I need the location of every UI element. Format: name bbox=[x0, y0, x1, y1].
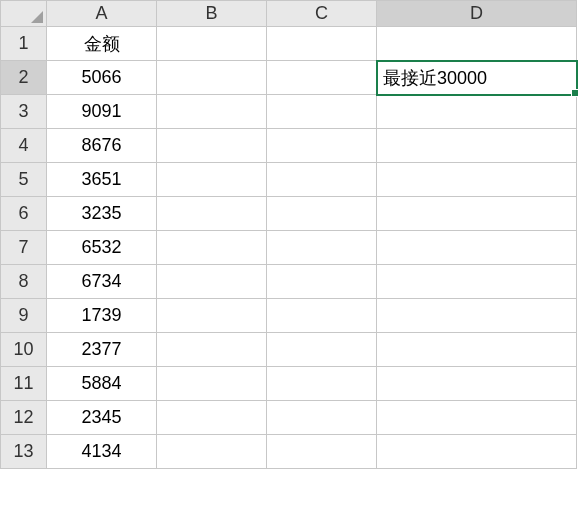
cell-B12[interactable] bbox=[157, 401, 267, 435]
cell-A6[interactable]: 3235 bbox=[47, 197, 157, 231]
cell-A8[interactable]: 6734 bbox=[47, 265, 157, 299]
row-header-1[interactable]: 1 bbox=[1, 27, 47, 61]
cell-B3[interactable] bbox=[157, 95, 267, 129]
row-header-3[interactable]: 3 bbox=[1, 95, 47, 129]
cell-B4[interactable] bbox=[157, 129, 267, 163]
cell-C8[interactable] bbox=[267, 265, 377, 299]
col-header-D[interactable]: D bbox=[377, 1, 577, 27]
table-row: 7 6532 bbox=[1, 231, 577, 265]
cell-D11[interactable] bbox=[377, 367, 577, 401]
cell-C6[interactable] bbox=[267, 197, 377, 231]
row-header-8[interactable]: 8 bbox=[1, 265, 47, 299]
cell-D10[interactable] bbox=[377, 333, 577, 367]
cell-A12[interactable]: 2345 bbox=[47, 401, 157, 435]
table-row: 9 1739 bbox=[1, 299, 577, 333]
cell-B5[interactable] bbox=[157, 163, 267, 197]
col-header-A[interactable]: A bbox=[47, 1, 157, 27]
cell-A4[interactable]: 8676 bbox=[47, 129, 157, 163]
cell-A13[interactable]: 4134 bbox=[47, 435, 157, 469]
table-row: 5 3651 bbox=[1, 163, 577, 197]
cell-A9[interactable]: 1739 bbox=[47, 299, 157, 333]
row-header-13[interactable]: 13 bbox=[1, 435, 47, 469]
cell-C4[interactable] bbox=[267, 129, 377, 163]
row-header-9[interactable]: 9 bbox=[1, 299, 47, 333]
cell-C3[interactable] bbox=[267, 95, 377, 129]
cell-B13[interactable] bbox=[157, 435, 267, 469]
cell-A1[interactable]: 金额 bbox=[47, 27, 157, 61]
cell-D12[interactable] bbox=[377, 401, 577, 435]
row-header-7[interactable]: 7 bbox=[1, 231, 47, 265]
row-header-2[interactable]: 2 bbox=[1, 61, 47, 95]
cell-C1[interactable] bbox=[267, 27, 377, 61]
cell-A3[interactable]: 9091 bbox=[47, 95, 157, 129]
table-row: 10 2377 bbox=[1, 333, 577, 367]
table-row: 1 金额 bbox=[1, 27, 577, 61]
col-header-C[interactable]: C bbox=[267, 1, 377, 27]
cell-A11[interactable]: 5884 bbox=[47, 367, 157, 401]
cell-D13[interactable] bbox=[377, 435, 577, 469]
table-row: 2 5066 最接近30000 bbox=[1, 61, 577, 95]
table-row: 13 4134 bbox=[1, 435, 577, 469]
select-all-corner[interactable] bbox=[1, 1, 47, 27]
cell-B7[interactable] bbox=[157, 231, 267, 265]
cell-D5[interactable] bbox=[377, 163, 577, 197]
cell-A2[interactable]: 5066 bbox=[47, 61, 157, 95]
cell-C10[interactable] bbox=[267, 333, 377, 367]
row-header-5[interactable]: 5 bbox=[1, 163, 47, 197]
spreadsheet-grid[interactable]: A B C D 1 金额 2 5066 最接近30000 3 9091 4 86… bbox=[0, 0, 577, 469]
cell-C9[interactable] bbox=[267, 299, 377, 333]
cell-D6[interactable] bbox=[377, 197, 577, 231]
cell-B2[interactable] bbox=[157, 61, 267, 95]
cell-A5[interactable]: 3651 bbox=[47, 163, 157, 197]
row-header-10[interactable]: 10 bbox=[1, 333, 47, 367]
cell-B10[interactable] bbox=[157, 333, 267, 367]
cell-D7[interactable] bbox=[377, 231, 577, 265]
cell-C11[interactable] bbox=[267, 367, 377, 401]
cell-D9[interactable] bbox=[377, 299, 577, 333]
cell-D1[interactable] bbox=[377, 27, 577, 61]
table-row: 12 2345 bbox=[1, 401, 577, 435]
cell-D8[interactable] bbox=[377, 265, 577, 299]
row-header-11[interactable]: 11 bbox=[1, 367, 47, 401]
row-header-4[interactable]: 4 bbox=[1, 129, 47, 163]
table-row: 11 5884 bbox=[1, 367, 577, 401]
cell-C2[interactable] bbox=[267, 61, 377, 95]
cell-B6[interactable] bbox=[157, 197, 267, 231]
row-header-12[interactable]: 12 bbox=[1, 401, 47, 435]
cell-B8[interactable] bbox=[157, 265, 267, 299]
cell-D3[interactable] bbox=[377, 95, 577, 129]
table-row: 8 6734 bbox=[1, 265, 577, 299]
table-row: 3 9091 bbox=[1, 95, 577, 129]
cell-A10[interactable]: 2377 bbox=[47, 333, 157, 367]
cell-A7[interactable]: 6532 bbox=[47, 231, 157, 265]
cell-C12[interactable] bbox=[267, 401, 377, 435]
table-row: 6 3235 bbox=[1, 197, 577, 231]
cell-B11[interactable] bbox=[157, 367, 267, 401]
col-header-B[interactable]: B bbox=[157, 1, 267, 27]
cell-B9[interactable] bbox=[157, 299, 267, 333]
table-row: 4 8676 bbox=[1, 129, 577, 163]
column-header-row: A B C D bbox=[1, 1, 577, 27]
row-header-6[interactable]: 6 bbox=[1, 197, 47, 231]
cell-D2[interactable]: 最接近30000 bbox=[377, 61, 577, 95]
cell-C13[interactable] bbox=[267, 435, 377, 469]
cell-C5[interactable] bbox=[267, 163, 377, 197]
cell-D4[interactable] bbox=[377, 129, 577, 163]
cell-C7[interactable] bbox=[267, 231, 377, 265]
cell-B1[interactable] bbox=[157, 27, 267, 61]
